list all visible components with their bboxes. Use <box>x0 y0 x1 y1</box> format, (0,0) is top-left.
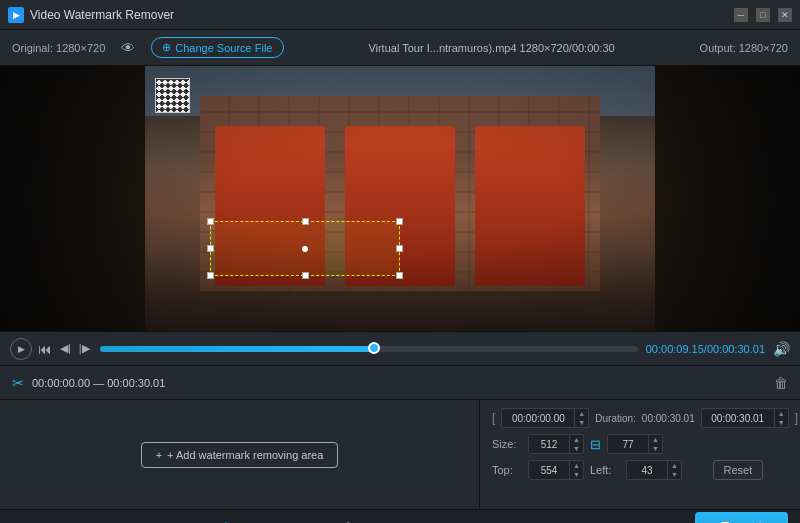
bracket-right: ] <box>795 411 798 425</box>
height-up[interactable]: ▲ <box>649 435 662 444</box>
link-icon[interactable]: ⊟ <box>590 437 601 452</box>
title-bar: ▶ Video Watermark Remover ─ □ ✕ <box>0 0 800 30</box>
scissors-icon: ✂ <box>12 375 24 391</box>
handle-mid-left[interactable] <box>207 245 214 252</box>
end-time-down[interactable]: ▼ <box>775 418 788 427</box>
qr-code-area <box>155 78 190 113</box>
duration-value: 00:00:30.01 <box>642 413 695 424</box>
controls-area: + + Add watermark removing area [ ▲ ▼ Du… <box>0 399 800 509</box>
top-up[interactable]: ▲ <box>570 461 583 470</box>
window-controls: ─ □ ✕ <box>734 8 792 22</box>
start-time-down[interactable]: ▼ <box>575 418 588 427</box>
app-icon: ▶ <box>8 7 24 23</box>
add-watermark-button[interactable]: + + Add watermark removing area <box>141 442 339 468</box>
height-input[interactable] <box>608 437 648 452</box>
transport-controls: ▶ ⏮ ◀| |▶ <box>10 338 92 360</box>
rewind-button[interactable]: ⏮ <box>36 339 54 359</box>
preview-eye-icon[interactable]: 👁 <box>121 40 135 56</box>
right-controls-panel: [ ▲ ▼ Duration: 00:00:30.01 ▲ ▼ ] Size <box>480 399 800 509</box>
output-resolution-label: Output: 1280×720 <box>700 42 788 54</box>
width-input-group: ▲ ▼ <box>528 434 584 454</box>
original-resolution-label: Original: 1280×720 <box>12 42 105 54</box>
progress-bar[interactable] <box>100 346 638 352</box>
end-time-input[interactable] <box>702 411 774 426</box>
left-down[interactable]: ▼ <box>668 470 681 479</box>
handle-bottom-right[interactable] <box>396 272 403 279</box>
handle-bottom-mid[interactable] <box>302 272 309 279</box>
plus-watermark-icon: + <box>156 449 162 461</box>
progress-fill <box>100 346 374 352</box>
minimize-button[interactable]: ─ <box>734 8 748 22</box>
left-controls-panel: + + Add watermark removing area <box>0 399 480 509</box>
output-bar: Output: Virtual Tour It...tramuros)_D.mp… <box>0 509 800 523</box>
start-time-input-group: ▲ ▼ <box>501 408 589 428</box>
left-label: Left: <box>590 464 620 476</box>
width-input[interactable] <box>529 437 569 452</box>
start-time-up[interactable]: ▲ <box>575 409 588 418</box>
size-label: Size: <box>492 438 522 450</box>
handle-top-right[interactable] <box>396 218 403 225</box>
bracket-left: [ <box>492 411 495 425</box>
height-down[interactable]: ▼ <box>649 444 662 453</box>
plus-icon: ⊕ <box>162 41 171 54</box>
play-button[interactable]: ▶ <box>10 338 32 360</box>
progress-thumb[interactable] <box>368 342 380 354</box>
file-info-text: Virtual Tour I...ntramuros).mp4 1280×720… <box>300 42 684 54</box>
settings-gear-icon[interactable]: ⚙ <box>342 519 355 524</box>
left-input-group: ▲ ▼ <box>626 460 682 480</box>
top-down[interactable]: ▼ <box>570 470 583 479</box>
time-display: 00:00:09.15/00:00:30.01 <box>646 343 765 355</box>
header-bar: Original: 1280×720 👁 ⊕ Change Source Fil… <box>0 30 800 66</box>
handle-mid-right[interactable] <box>396 245 403 252</box>
qr-pattern <box>156 79 189 112</box>
playback-bar: ▶ ⏮ ◀| |▶ 00:00:09.15/00:00:30.01 🔊 <box>0 331 800 365</box>
video-frame <box>0 66 800 331</box>
volume-icon[interactable]: 🔊 <box>773 341 790 357</box>
handle-bottom-left[interactable] <box>207 272 214 279</box>
position-row: Top: ▲ ▼ Left: ▲ ▼ Reset <box>492 460 788 480</box>
change-source-button[interactable]: ⊕ Change Source File <box>151 37 283 58</box>
reset-button[interactable]: Reset <box>713 460 764 480</box>
end-time-up[interactable]: ▲ <box>775 409 788 418</box>
delete-clip-button[interactable]: 🗑 <box>774 375 788 391</box>
export-button[interactable]: Export <box>695 512 788 523</box>
top-input[interactable] <box>529 463 569 478</box>
width-down[interactable]: ▼ <box>570 444 583 453</box>
watermark-selection-box[interactable] <box>210 221 400 276</box>
frame-back-button[interactable]: ◀| <box>58 340 73 357</box>
video-overlay <box>0 66 800 331</box>
top-label: Top: <box>492 464 522 476</box>
size-row: Size: ▲ ▼ ⊟ ▲ ▼ <box>492 434 788 454</box>
edit-filename-icon[interactable]: ✎ <box>223 520 233 524</box>
handle-top-mid[interactable] <box>302 218 309 225</box>
maximize-button[interactable]: □ <box>756 8 770 22</box>
close-button[interactable]: ✕ <box>778 8 792 22</box>
top-input-group: ▲ ▼ <box>528 460 584 480</box>
clip-bar: ✂ 00:00:00.00 — 00:00:30.01 🗑 <box>0 365 800 399</box>
left-up[interactable]: ▲ <box>668 461 681 470</box>
end-time-input-group: ▲ ▼ <box>701 408 789 428</box>
start-time-input[interactable] <box>502 411 574 426</box>
height-input-group: ▲ ▼ <box>607 434 663 454</box>
export-arrow-indicator: → <box>363 516 381 523</box>
frame-fwd-button[interactable]: |▶ <box>77 340 92 357</box>
watermark-center-dot <box>302 246 308 252</box>
duration-label: Duration: <box>595 413 636 424</box>
left-input[interactable] <box>627 463 667 478</box>
app-title: Video Watermark Remover <box>30 8 734 22</box>
clip-time-range: 00:00:00.00 — 00:00:30.01 <box>32 377 766 389</box>
time-row: [ ▲ ▼ Duration: 00:00:30.01 ▲ ▼ ] <box>492 408 788 428</box>
video-preview-area <box>0 66 800 331</box>
handle-top-left[interactable] <box>207 218 214 225</box>
width-up[interactable]: ▲ <box>570 435 583 444</box>
